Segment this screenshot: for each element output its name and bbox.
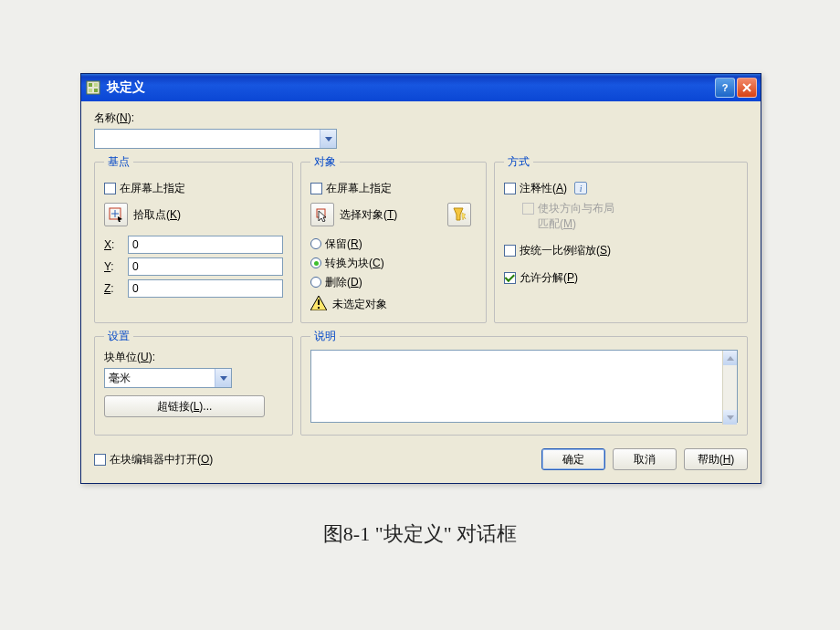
name-input[interactable] bbox=[94, 129, 337, 149]
basepoint-specify-onscreen-checkbox[interactable] bbox=[104, 183, 116, 194]
z-input[interactable] bbox=[128, 279, 283, 298]
no-objects-label: 未选定对象 bbox=[332, 297, 387, 312]
convert-radio[interactable] bbox=[310, 257, 321, 268]
basepoint-legend: 基点 bbox=[104, 154, 133, 170]
app-icon bbox=[85, 79, 101, 96]
match-orientation-checkbox bbox=[522, 203, 534, 215]
basepoint-specify-onscreen-label: 在屏幕上指定 bbox=[120, 181, 185, 196]
block-unit-dropdown-button[interactable] bbox=[215, 369, 231, 387]
dialog-body: 名称(N): 基点 在屏幕上指定 bbox=[81, 101, 761, 483]
delete-label: 删除(D) bbox=[325, 275, 362, 290]
scrollbar[interactable] bbox=[722, 351, 737, 425]
name-dropdown-button[interactable] bbox=[320, 130, 336, 148]
x-input[interactable] bbox=[128, 236, 283, 254]
hyperlink-button[interactable]: 超链接(L)... bbox=[104, 395, 265, 417]
behavior-group: 方式 注释性(A) i 使块方向与布局匹配(M) 按统一比例缩放(S) 允许分解… bbox=[494, 154, 748, 323]
settings-legend: 设置 bbox=[104, 329, 133, 344]
match-orientation-label: 使块方向与布局匹配(M) bbox=[538, 201, 614, 232]
objects-specify-onscreen-label: 在屏幕上指定 bbox=[326, 181, 392, 196]
retain-radio[interactable] bbox=[310, 238, 321, 249]
block-unit-select[interactable] bbox=[104, 368, 232, 388]
open-in-editor-label: 在块编辑器中打开(O) bbox=[110, 452, 213, 467]
convert-label: 转换为块(C) bbox=[325, 256, 384, 271]
z-label: Z: bbox=[104, 282, 128, 295]
name-label: 名称(N): bbox=[94, 110, 748, 126]
pick-point-label: 拾取点(K) bbox=[133, 207, 181, 223]
open-in-editor-checkbox[interactable] bbox=[94, 454, 106, 466]
svg-rect-19 bbox=[318, 307, 320, 309]
close-button[interactable] bbox=[737, 78, 757, 98]
scale-uniform-checkbox[interactable] bbox=[504, 245, 516, 257]
window-title: 块定义 bbox=[107, 79, 713, 96]
pick-point-button[interactable] bbox=[104, 203, 128, 226]
svg-marker-22 bbox=[727, 415, 734, 420]
y-input[interactable] bbox=[128, 257, 283, 276]
cancel-button[interactable]: 取消 bbox=[613, 448, 677, 470]
behavior-legend: 方式 bbox=[504, 154, 533, 170]
allow-explode-label: 允许分解(P) bbox=[520, 270, 578, 286]
ok-label: 确定 bbox=[562, 452, 584, 467]
ok-button[interactable]: 确定 bbox=[541, 448, 605, 470]
svg-rect-18 bbox=[318, 299, 320, 305]
select-objects-label: 选择对象(T) bbox=[340, 207, 397, 223]
svg-rect-3 bbox=[89, 89, 92, 92]
svg-rect-4 bbox=[94, 89, 98, 92]
annotative-checkbox[interactable] bbox=[504, 183, 516, 194]
svg-marker-8 bbox=[325, 137, 332, 142]
delete-radio[interactable] bbox=[310, 277, 321, 288]
help-label: 帮助(H) bbox=[698, 452, 735, 467]
settings-group: 设置 块单位(U): 超链接(L)... bbox=[94, 329, 293, 436]
basepoint-group: 基点 在屏幕上指定 拾取点(K) bbox=[94, 154, 293, 323]
objects-group: 对象 在屏幕上指定 选择对象(T) bbox=[300, 154, 487, 323]
info-icon[interactable]: i bbox=[574, 182, 587, 194]
svg-rect-2 bbox=[94, 83, 98, 87]
objects-specify-onscreen-checkbox[interactable] bbox=[310, 183, 322, 194]
cancel-label: 取消 bbox=[634, 452, 656, 467]
retain-label: 保留(R) bbox=[325, 236, 362, 252]
allow-explode-checkbox[interactable] bbox=[504, 272, 516, 284]
figure-caption: 图8-1 "块定义" 对话框 bbox=[0, 520, 840, 548]
scroll-up-icon[interactable] bbox=[723, 351, 737, 365]
block-unit-label: 块单位(U): bbox=[104, 350, 283, 365]
select-objects-button[interactable] bbox=[310, 203, 334, 226]
warning-icon bbox=[310, 296, 327, 313]
svg-marker-20 bbox=[220, 376, 227, 381]
x-label: X: bbox=[104, 238, 128, 251]
hyperlink-label: 超链接(L)... bbox=[157, 399, 213, 415]
scroll-down-icon[interactable] bbox=[723, 410, 737, 425]
quick-select-button[interactable] bbox=[447, 203, 471, 226]
description-group: 说明 bbox=[300, 329, 748, 436]
svg-marker-15 bbox=[454, 208, 463, 220]
svg-text:?: ? bbox=[722, 82, 729, 93]
y-label: Y: bbox=[104, 260, 128, 273]
titlebar[interactable]: 块定义 ? bbox=[81, 74, 761, 101]
svg-rect-1 bbox=[89, 83, 92, 87]
description-legend: 说明 bbox=[310, 329, 340, 344]
svg-marker-21 bbox=[727, 356, 734, 361]
annotative-label: 注释性(A) bbox=[520, 181, 567, 196]
help-button[interactable]: 帮助(H) bbox=[684, 448, 748, 470]
svg-marker-16 bbox=[462, 213, 466, 220]
scale-uniform-label: 按统一比例缩放(S) bbox=[520, 243, 611, 258]
block-definition-dialog: 块定义 ? 名称(N): 基点 bbox=[80, 73, 761, 484]
help-titlebar-button[interactable]: ? bbox=[715, 78, 735, 98]
objects-legend: 对象 bbox=[310, 154, 340, 170]
description-textarea[interactable] bbox=[310, 350, 738, 423]
